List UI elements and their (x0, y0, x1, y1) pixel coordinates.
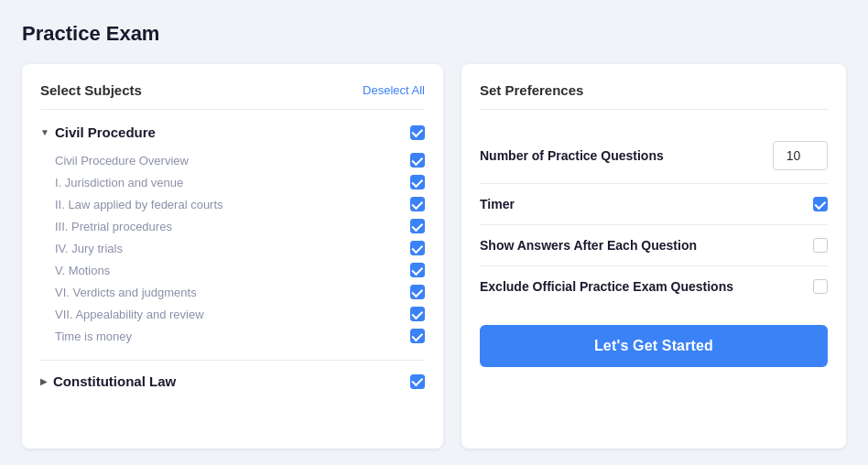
item-label: VI. Verdicts and judgments (55, 286, 197, 299)
list-item: III. Pretrial procedures (55, 215, 425, 237)
pref-label-exclude-official: Exclude Official Practice Exam Questions (480, 279, 733, 294)
list-item: Civil Procedure Overview (55, 149, 425, 171)
subjects-panel-header: Select Subjects Deselect All (40, 82, 425, 110)
list-item: Time is money (55, 325, 425, 347)
subjects-panel: Select Subjects Deselect All ▼ Civil Pro… (22, 64, 443, 449)
item-label: Civil Procedure Overview (55, 154, 189, 168)
page-title: Practice Exam (22, 22, 846, 46)
item-checkbox[interactable] (410, 219, 425, 233)
item-checkbox[interactable] (410, 197, 425, 211)
deselect-all-button[interactable]: Deselect All (363, 83, 425, 97)
pref-row-show-answers: Show Answers After Each Question (480, 225, 828, 266)
show-answers-checkbox[interactable] (813, 238, 828, 253)
chevron-right-icon: ▶ (40, 376, 48, 386)
subject-header-constitutional-law[interactable]: ▶ Constitutional Law (40, 373, 425, 389)
subject-header-civil-procedure[interactable]: ▼ Civil Procedure (40, 124, 425, 140)
item-label: II. Law applied by federal courts (55, 198, 223, 211)
item-checkbox[interactable] (410, 285, 425, 299)
subject-checkbox-constitutional-law[interactable] (410, 374, 425, 389)
item-checkbox[interactable] (410, 307, 425, 321)
list-item: VII. Appealability and review (55, 303, 425, 325)
exclude-official-checkbox[interactable] (813, 279, 828, 294)
list-item: IV. Jury trials (55, 237, 425, 259)
num-questions-input[interactable] (773, 141, 828, 170)
item-checkbox[interactable] (410, 329, 425, 343)
subject-group-constitutional-law: ▶ Constitutional Law (40, 360, 425, 389)
item-label: VII. Appealability and review (55, 308, 204, 321)
main-layout: Select Subjects Deselect All ▼ Civil Pro… (22, 64, 846, 449)
pref-row-timer: Timer (480, 184, 828, 225)
item-checkbox[interactable] (410, 175, 425, 189)
preferences-panel: Set Preferences Number of Practice Quest… (461, 64, 846, 449)
item-label: Time is money (55, 330, 132, 343)
item-checkbox[interactable] (410, 241, 425, 255)
pref-row-num-questions: Number of Practice Questions (480, 128, 828, 184)
subject-items-civil-procedure: Civil Procedure Overview I. Jurisdiction… (40, 149, 425, 347)
pref-label-show-answers: Show Answers After Each Question (480, 238, 697, 253)
subject-checkbox-civil-procedure[interactable] (410, 125, 425, 140)
timer-checkbox[interactable] (813, 197, 828, 211)
subject-name-civil-procedure: Civil Procedure (55, 124, 156, 140)
start-button[interactable]: Let's Get Started (480, 325, 828, 367)
subjects-panel-title: Select Subjects (40, 82, 142, 98)
pref-label-timer: Timer (480, 197, 515, 211)
item-label: I. Jurisdiction and venue (55, 176, 183, 189)
item-label: V. Motions (55, 264, 110, 277)
pref-label-num-questions: Number of Practice Questions (480, 148, 664, 163)
item-checkbox[interactable] (410, 263, 425, 277)
item-label: III. Pretrial procedures (55, 220, 172, 233)
item-checkbox[interactable] (410, 153, 425, 168)
list-item: VI. Verdicts and judgments (55, 281, 425, 303)
item-label: IV. Jury trials (55, 242, 123, 255)
list-item: I. Jurisdiction and venue (55, 171, 425, 193)
preferences-panel-title: Set Preferences (480, 82, 828, 110)
list-item: II. Law applied by federal courts (55, 193, 425, 215)
list-item: V. Motions (55, 259, 425, 281)
subject-name-constitutional-law: Constitutional Law (53, 373, 176, 389)
subject-group-civil-procedure: ▼ Civil Procedure Civil Procedure Overvi… (40, 124, 425, 347)
pref-row-exclude-official: Exclude Official Practice Exam Questions (480, 266, 828, 307)
chevron-down-icon: ▼ (40, 127, 49, 137)
